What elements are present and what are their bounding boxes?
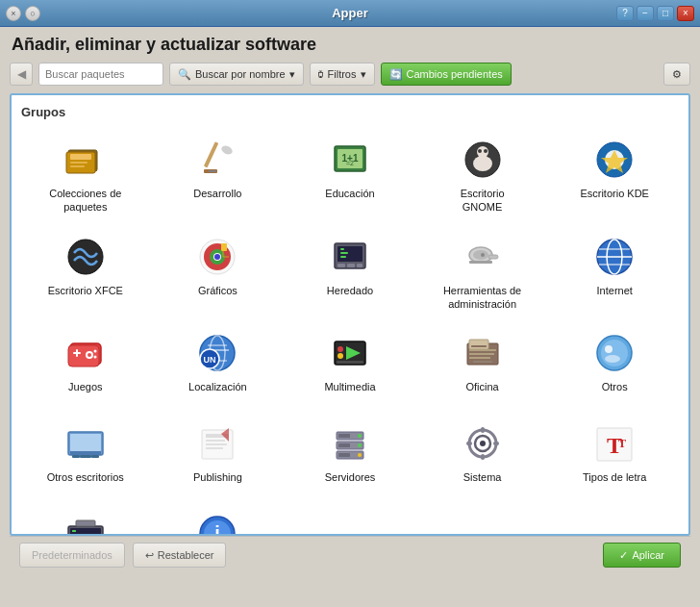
group-item-gnome[interactable]: Escritorio GNOME bbox=[418, 129, 547, 222]
svg-rect-98 bbox=[481, 454, 485, 460]
svg-point-88 bbox=[358, 434, 362, 438]
group-item-graficos[interactable]: Gráficos bbox=[154, 226, 283, 319]
svg-text:T: T bbox=[618, 437, 626, 450]
otros-escritorios-icon bbox=[62, 420, 109, 467]
svg-point-6 bbox=[220, 144, 234, 156]
svg-rect-28 bbox=[338, 264, 345, 267]
group-item-otros-escritorios[interactable]: Otros escritorios bbox=[21, 413, 150, 499]
svg-point-89 bbox=[358, 443, 362, 447]
pending-label: Cambios pendientes bbox=[407, 68, 503, 80]
group-item-localizacion[interactable]: UN Localización bbox=[154, 322, 283, 409]
svg-rect-29 bbox=[347, 264, 355, 267]
group-item-otros[interactable]: Otros bbox=[550, 322, 679, 409]
publishing-label: Publishing bbox=[193, 470, 242, 484]
ultimos-paquetes-icon: i bbox=[194, 511, 240, 536]
svg-rect-100 bbox=[493, 442, 499, 445]
heredado-icon bbox=[327, 234, 373, 280]
window-body: Añadir, eliminar y actualizar software ◀… bbox=[0, 27, 700, 581]
multimedia-icon bbox=[327, 330, 373, 376]
close-window-button[interactable]: × bbox=[677, 6, 694, 21]
desarrollo-label: Desarrollo bbox=[193, 187, 241, 200]
otros-escritorios-label: Otros escritorios bbox=[47, 470, 124, 484]
settings-button[interactable]: ⚙ bbox=[663, 63, 690, 86]
svg-rect-5 bbox=[204, 141, 218, 167]
group-item-herramientas[interactable]: Herramientas de administración bbox=[418, 226, 547, 319]
graficos-icon bbox=[194, 234, 240, 280]
pending-changes-button[interactable]: 🔄 Cambios pendientes bbox=[381, 63, 512, 86]
svg-rect-82 bbox=[206, 440, 225, 442]
search-by-name-label: Buscar por nombre bbox=[195, 68, 286, 80]
filters-button[interactable]: ⧮ Filtros ▾ bbox=[310, 63, 375, 86]
group-item-oficina[interactable]: Oficina bbox=[418, 322, 547, 409]
group-item-virtualizacion[interactable]: Virtualización bbox=[21, 503, 150, 536]
group-item-colecciones[interactable]: Colecciones de paquetes bbox=[21, 129, 150, 222]
filter-icon: ⧮ bbox=[318, 68, 324, 80]
maximize-button[interactable]: □ bbox=[657, 6, 674, 21]
group-item-kde[interactable]: Escritorio KDE bbox=[550, 129, 679, 222]
group-item-servidores[interactable]: Servidores bbox=[286, 413, 414, 499]
svg-rect-31 bbox=[340, 248, 344, 250]
gnome-icon bbox=[460, 137, 506, 183]
close-button[interactable]: × bbox=[6, 6, 21, 21]
back-button[interactable]: ◀ bbox=[10, 63, 33, 86]
page-title: Añadir, eliminar y actualizar software bbox=[10, 35, 690, 55]
tipos-letra-icon: T T bbox=[591, 420, 638, 467]
svg-rect-78 bbox=[72, 455, 80, 458]
groups-grid: Colecciones de paquetes Desarrollo bbox=[21, 129, 679, 536]
herramientas-icon bbox=[460, 234, 506, 280]
otros-icon bbox=[591, 330, 638, 376]
colecciones-icon bbox=[62, 137, 109, 183]
group-item-internet[interactable]: Internet bbox=[550, 226, 679, 319]
apply-button[interactable]: ✓ Aplicar bbox=[603, 543, 681, 568]
restore-button[interactable]: ○ bbox=[25, 6, 40, 21]
bottom-left-buttons: Predeterminados ↩ Restablecer bbox=[19, 543, 226, 568]
group-item-tipos-letra[interactable]: T T Tipos de letra bbox=[550, 413, 679, 499]
svg-point-72 bbox=[605, 345, 612, 353]
bottom-bar: Predeterminados ↩ Restablecer ✓ Aplicar bbox=[10, 536, 690, 573]
colecciones-label: Colecciones de paquetes bbox=[42, 187, 129, 215]
restore-label: Restablecer bbox=[158, 549, 214, 561]
group-item-sistema[interactable]: Sistema bbox=[418, 413, 547, 499]
group-item-multimedia[interactable]: Multimedia bbox=[286, 322, 414, 409]
desarrollo-icon bbox=[194, 137, 240, 183]
oficina-icon bbox=[460, 330, 506, 376]
oficina-label: Oficina bbox=[465, 380, 498, 393]
juegos-icon bbox=[62, 330, 109, 376]
svg-rect-47 bbox=[73, 352, 81, 354]
group-item-publishing[interactable]: Publishing bbox=[154, 413, 283, 499]
group-item-juegos[interactable]: Juegos bbox=[21, 322, 150, 409]
svg-text:=2: =2 bbox=[346, 160, 354, 166]
tipos-letra-label: Tipos de letra bbox=[583, 470, 646, 484]
search-input[interactable] bbox=[38, 63, 163, 86]
svg-rect-64 bbox=[469, 340, 488, 349]
filters-label: Filtros bbox=[328, 68, 357, 80]
juegos-label: Juegos bbox=[68, 380, 102, 393]
help-button[interactable]: ? bbox=[616, 6, 634, 21]
group-item-heredado[interactable]: Heredado bbox=[286, 226, 414, 319]
window-title: Apper bbox=[332, 6, 368, 20]
svg-rect-76 bbox=[70, 451, 101, 455]
otros-label: Otros bbox=[602, 380, 628, 393]
group-item-xfce[interactable]: Escritorio XFCE bbox=[21, 226, 150, 319]
svg-point-16 bbox=[478, 149, 482, 153]
defaults-button[interactable]: Predeterminados bbox=[19, 543, 125, 568]
minimize-button[interactable]: − bbox=[637, 6, 654, 21]
group-item-educacion[interactable]: 1+1 =2 Educación bbox=[286, 129, 414, 222]
servidores-label: Servidores bbox=[325, 470, 376, 484]
svg-rect-66 bbox=[469, 349, 496, 351]
restore-button[interactable]: ↩ Restablecer bbox=[133, 543, 227, 568]
educacion-label: Educación bbox=[325, 187, 374, 200]
herramientas-label: Herramientas de administración bbox=[439, 284, 526, 312]
svg-rect-30 bbox=[357, 264, 362, 267]
svg-rect-91 bbox=[338, 434, 350, 438]
group-item-ultimos-paquetes[interactable]: i Últimos paquetes bbox=[154, 503, 283, 536]
group-item-desarrollo[interactable]: Desarrollo bbox=[154, 129, 283, 222]
refresh-icon: 🔄 bbox=[389, 68, 403, 81]
heredado-label: Heredado bbox=[327, 284, 373, 297]
svg-rect-83 bbox=[206, 443, 227, 445]
groups-panel: Grupos Colecciones de paquetes bbox=[10, 93, 690, 536]
svg-text:UN: UN bbox=[204, 355, 216, 365]
sistema-icon bbox=[460, 420, 506, 467]
svg-rect-32 bbox=[340, 252, 348, 254]
search-by-name-button[interactable]: 🔍 Buscar por nombre ▾ bbox=[169, 63, 304, 86]
